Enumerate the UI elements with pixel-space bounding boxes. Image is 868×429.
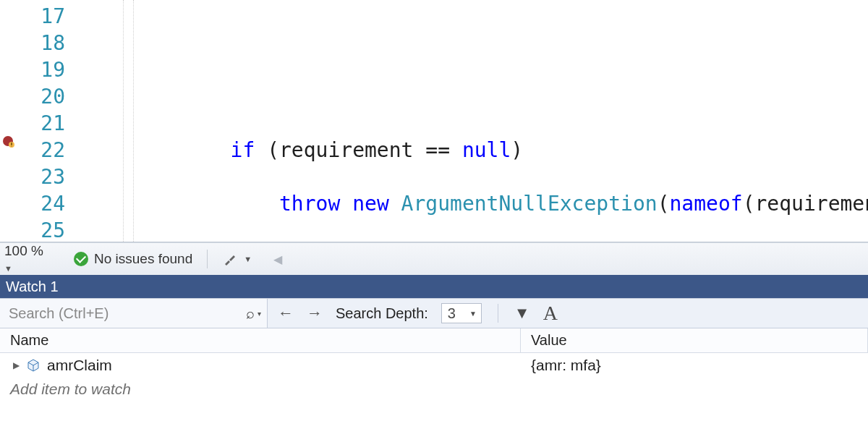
code-token: null <box>462 138 511 162</box>
code-area[interactable]: if (requirement == null) throw new Argum… <box>109 0 868 242</box>
watch-window-title[interactable]: Watch 1 <box>0 275 868 298</box>
nav-forward-icon[interactable]: → <box>307 304 323 323</box>
line-number: 17 <box>16 3 80 30</box>
watch-row[interactable]: ▶ amrClaim {amr: mfa} <box>0 353 868 377</box>
line-number: 22 <box>16 137 80 163</box>
watch-search[interactable]: ⌕▾ <box>0 299 268 328</box>
filter-icon[interactable]: ▼ <box>514 304 530 323</box>
zoom-level[interactable]: 100 % ▼ <box>0 243 51 275</box>
status-text: No issues found <box>94 251 192 267</box>
nav-back-icon[interactable]: ← <box>278 304 294 323</box>
code-token: (requiremen <box>743 192 868 216</box>
watch-toolbar: ⌕▾ ← → Search Depth: 3▼ ▼ A <box>0 298 868 328</box>
search-depth-label: Search Depth: <box>336 305 428 322</box>
line-number: 20 <box>16 83 80 110</box>
editor-status-bar: 100 % ▼ No issues found ▼ ◀ <box>0 242 868 275</box>
code-token: ( <box>658 192 670 216</box>
search-input[interactable] <box>7 305 242 323</box>
code-editor[interactable]: 17 18 19 20 21 22 23 24 25 if (requireme… <box>0 0 868 242</box>
code-token: (requirement == <box>255 138 462 162</box>
code-token: ) <box>511 138 523 162</box>
code-token: new <box>352 192 389 216</box>
code-token: if <box>231 138 255 162</box>
expand-toggle-icon[interactable]: ▶ <box>13 360 20 370</box>
line-number: 18 <box>16 30 80 56</box>
watch-column-headers[interactable]: Name Value <box>0 328 868 353</box>
line-number: 19 <box>16 56 80 83</box>
line-number-gutter: 17 18 19 20 21 22 23 24 25 <box>16 0 80 242</box>
line-number: 21 <box>16 110 80 137</box>
search-depth-dropdown[interactable]: 3▼ <box>441 303 482 323</box>
column-header-name[interactable]: Name <box>0 328 521 352</box>
nav-back-disabled-icon: ◀ <box>273 252 282 266</box>
line-number: 23 <box>16 163 80 190</box>
text-style-icon[interactable]: A <box>543 302 558 325</box>
screwdriver-icon[interactable] <box>222 251 238 267</box>
code-token: throw <box>279 192 340 216</box>
line-number: 24 <box>16 190 80 217</box>
breakpoint-exception-icon <box>1 135 14 148</box>
column-header-value[interactable]: Value <box>521 328 868 352</box>
breakpoint-margin[interactable] <box>0 0 16 242</box>
search-icon[interactable]: ⌕ <box>246 305 255 322</box>
error-list-summary[interactable]: No issues found <box>74 251 192 267</box>
object-icon <box>27 359 40 372</box>
watch-value-cell[interactable]: {amr: mfa} <box>521 357 868 374</box>
check-icon <box>74 252 88 266</box>
add-watch-placeholder[interactable]: Add item to watch <box>0 377 868 401</box>
code-token: nameof <box>669 192 742 216</box>
code-token: ArgumentNullException <box>401 192 658 216</box>
watch-name-cell[interactable]: amrClaim <box>47 357 112 374</box>
outline-gutter[interactable] <box>80 0 109 242</box>
line-number: 25 <box>16 217 80 242</box>
